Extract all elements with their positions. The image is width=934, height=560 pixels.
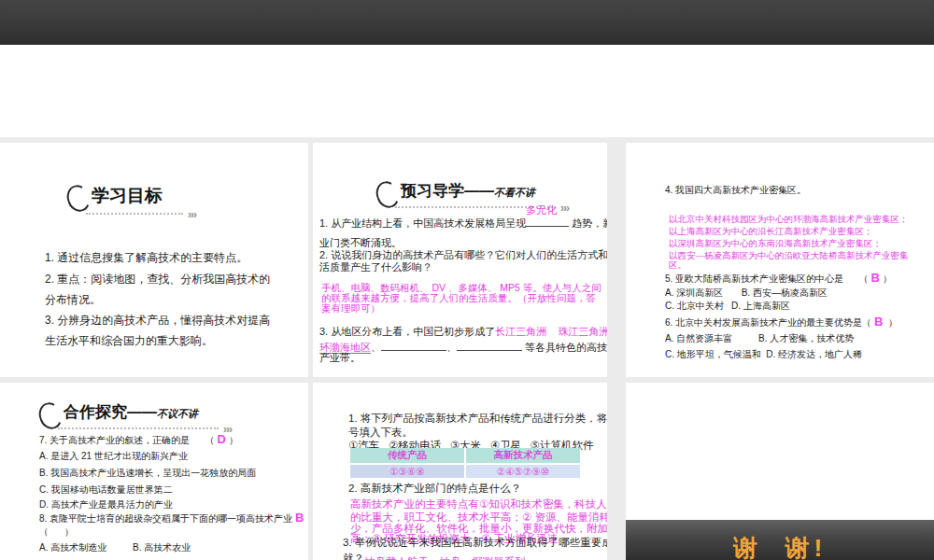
option-line: A. 是进入 21 世纪才出现的新兴产业 [39,451,188,462]
option-line: A. 深圳高新区 B. 西安—杨凌高新区 [665,287,828,299]
question-line: 7. 关于高技术产业的叙述，正确的是 （ D ） [39,433,238,447]
question-line: 1. 将下列产品按高新技术产品和传统产品进行分类，将序 [348,413,607,425]
arc-decoration-icon [373,178,403,211]
slide-cooperative-inquiry[interactable]: 合作探究——不议不讲 ››› 7. 关于高技术产业的叙述，正确的是 （ D ） … [0,383,308,560]
section-title-text: 预习导学 [401,181,464,200]
question-line: 3. 从地区分布上看，中国已初步形成了长江三角洲 珠江三角洲 [319,326,607,338]
question-line: 产业带。 [319,352,361,364]
question-line: 号填入下表。 [348,427,413,439]
section-title-text: 合作探究 [64,402,127,421]
choice-answer: D [218,432,226,446]
chevron-arrows-icon: ››› [188,208,196,221]
chevron-arrows-icon: ››› [560,202,569,215]
answer-line-clipped: 神舟载人航天、神舟、探测器系列、…… [364,556,558,560]
question-line: 2. 说说我们身边的高技术产品有哪些？它们对人们的生活方式和生 [319,249,607,261]
question-line: （ ） [39,526,74,538]
question-line: 活质量产生了什么影响？ [319,261,432,273]
question-line: 业门类不断涌现。 [319,237,402,249]
question-line: 4. 我国四大高新技术产业密集区。 [665,185,806,196]
slide-thanks[interactable]: 谢 谢! [626,383,934,560]
blank-underline: 多元化 [526,216,569,227]
slide-learning-objectives[interactable]: 学习目标 ››› 1. 通过信息搜集了解高技术的主要特点。 2. 重点：阅读地图… [0,143,308,377]
option-line: A. 自然资源丰富 B. 人才密集，技术优势 [665,333,854,344]
question-line: 8. 袁隆平院士培育的超级杂交稻属于下面的哪一项高技术产业 B [39,511,304,525]
choice-answer: B [295,511,304,525]
question-line: 6. 北京中关村发展高新技术产业的最主要优势是（ B ） [665,315,898,329]
option-line: C. 北京中关村 D. 上海高新区 [665,301,790,312]
option-line: D. 高技术产业是最具活力的产业 [39,499,173,511]
fill-in-answer: 多元化 [526,204,557,217]
products-table: 传统产品 高新技术产品 ①③⑥⑧ ②④⑤⑦⑨⑩ [348,446,582,480]
answer-line: 高新技术产业的主要特点有①知识和技术密集，科技人员 [350,498,607,511]
question-line: 1. 从产业结构上看，中国高技术发展格局呈现多元化 趋势，新产 [319,216,607,230]
section-title-text: 学习目标 [92,185,163,205]
title-dash: —— [127,404,157,420]
fill-in-answer: 珠江三角洲 [558,326,607,337]
table-cell-traditional: ①③⑥⑧ [350,465,464,478]
section-title: 合作探究——不议不讲 ››› [58,401,219,429]
thanks-dark-panel: 谢 谢! [626,520,934,560]
option-line: C. 地形平坦，气候温和 D. 经济发达，地广人稀 [665,349,862,360]
answer-line: 以深圳高新区为中心的东南沿海高新技术产业密集区； [669,239,882,249]
answer-line: 区。 [669,260,686,271]
objective-line: 生活水平和综合国力的重大影响。 [45,335,213,348]
answer-line: 以西安—杨凌高新区为中心的沿欧亚大陆桥高新技术产业密集 [669,251,909,261]
thanks-text: 谢 谢! [626,532,934,560]
question-line: 3. 举例说说近年来我国在高新技术方面取得了哪些重要成 [343,537,607,549]
question-line: 2. 高新技术产业部门的特点是什么？ [348,483,521,495]
option-line: C. 我国移动电话数量居世界第二 [39,484,173,496]
section-title: 学习目标 ››› [86,184,183,215]
slide-grid-area: 学习目标 ››› 1. 通过信息搜集了解高技术的主要特点。 2. 重点：阅读地图… [0,137,934,560]
blank-underline [457,340,522,351]
slide-classification-exercise[interactable]: 1. 将下列产品按高新技术产品和传统产品进行分类，将序 号填入下表。 ①汽车 ②… [313,383,607,560]
objective-line: 分布情况。 [45,294,101,307]
table-header-hightech: 高新技术产品 [466,448,580,463]
slide-question-bank[interactable]: 4. 我国四大高新技术产业密集区。 以北京中关村科技园区为中心的环渤海高新技术产… [626,143,934,377]
answer-line: 以上海高新区为中心的沿长江高新技术产业密集区； [669,227,873,237]
arc-decoration-icon [64,182,93,215]
slide-preview-guide[interactable]: 预习导学——不看不讲 ››› 1. 从产业结构上看，中国高技术发展格局呈现多元化… [313,143,607,377]
answer-line: 案有理即可） [321,303,380,315]
table-cell-hightech: ②④⑤⑦⑨⑩ [466,465,580,478]
option-line: B. 我国高技术产业迅速增长，呈现出一花独放的局面 [39,468,256,479]
question-line: 5. 亚欧大陆桥高新技术产业密集区的中心是 （ B ） [665,272,892,286]
answer-line: 的比重大，职工文化、技术水平高；② 资源、能量消耗 [350,511,607,524]
blank-underline [381,340,446,351]
section-subtitle-text: 不议不讲 [157,408,198,420]
section-subtitle-text: 不看不讲 [494,187,535,199]
title-dash: —— [464,183,494,199]
question-line: 就？ [343,553,364,560]
objective-line: 3. 分辨身边的高技术产品，懂得高技术对提高 [45,315,270,328]
table-header-traditional: 传统产品 [350,448,464,463]
question-line: 环渤海地区、、 等各具特色的高技术 [319,340,607,354]
arc-decoration-icon [35,399,65,432]
objective-line: 2. 重点：阅读地图，查找、分析我国高技术的 [45,273,270,287]
fill-in-answer: 长江三角洲 [495,326,546,337]
answer-line: 以北京中关村科技园区为中心的环渤海高新技术产业密集区； [669,215,909,225]
choice-answer: B [874,315,883,329]
top-bar [0,0,934,45]
objective-line: 1. 通过信息搜集了解高技术的主要特点。 [45,252,248,265]
option-line: A. 高技术制造业 B. 高技术农业 [39,542,191,553]
choice-answer: B [871,271,880,285]
